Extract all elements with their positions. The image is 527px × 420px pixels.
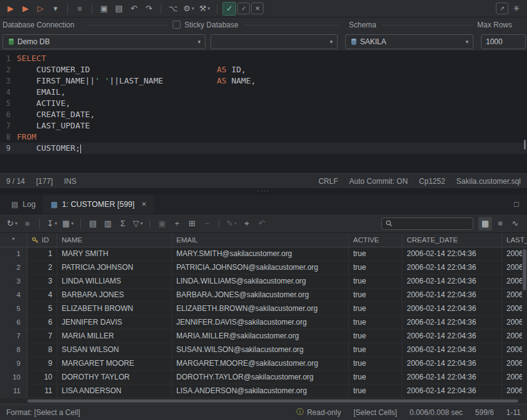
cell-id[interactable]: 1 <box>27 247 57 260</box>
vertical-scrollbar-thumb[interactable] <box>523 249 526 290</box>
columns-view-button[interactable]: ▥ <box>101 217 115 231</box>
save-as-button[interactable]: ▤ <box>112 2 126 16</box>
filters-button[interactable]: ▽▾ <box>131 217 145 231</box>
cell-id[interactable]: 8 <box>27 343 57 356</box>
cell-active[interactable]: true <box>349 302 402 315</box>
run-config-button[interactable]: ⚒▾ <box>197 2 212 16</box>
connection-combo[interactable]: Demo DB ▾ <box>2 34 206 49</box>
cell-create-date[interactable]: 2006-02-14 22:04:36 <box>402 247 502 260</box>
cell-name[interactable]: MARIA MILLER <box>57 330 172 343</box>
editor-line[interactable]: 4 EMAIL, <box>0 87 527 98</box>
execute-options-caret[interactable]: ▾ <box>49 2 62 16</box>
cell-id[interactable]: 11 <box>27 384 57 398</box>
cell-id[interactable]: 5 <box>27 302 57 315</box>
explain-plan-button[interactable]: ⌥ <box>166 2 180 16</box>
cell-create-date[interactable]: 2006-02-14 22:04:36 <box>402 289 502 302</box>
cell-email[interactable]: LINDA.WILLIAMS@sakilacustomer.org <box>172 275 349 288</box>
max-rows-input[interactable] <box>481 34 526 49</box>
search-input[interactable] <box>396 219 469 228</box>
text-view-button[interactable]: ≡ <box>493 217 507 231</box>
cell-name[interactable]: PATRICIA JOHNSON <box>57 261 172 274</box>
row-number[interactable]: 1 <box>0 247 27 260</box>
column-header-email[interactable]: EMAIL <box>172 233 349 247</box>
editor-scrollbar-thumb[interactable] <box>524 140 526 150</box>
cell-email[interactable]: ELIZABETH.BROWN@sakilacustomer.org <box>172 302 349 315</box>
redo-sql-button[interactable]: ↷ <box>142 2 156 16</box>
row-number[interactable]: 5 <box>0 302 27 315</box>
cell-name[interactable]: LINDA WILLIAMS <box>57 275 172 288</box>
execute-new-tab-button[interactable]: ▶ <box>19 2 32 16</box>
cell-id[interactable]: 3 <box>27 275 57 288</box>
cell-name[interactable]: BARBARA JONES <box>57 289 172 302</box>
editor-line[interactable]: 7 LAST_UPDATE <box>0 120 527 131</box>
row-number[interactable]: 8 <box>0 343 27 356</box>
close-results-button[interactable]: ✕ <box>251 2 264 14</box>
tab-customer-result[interactable]: ▦ 1: CUSTOMER [599] ✕ <box>43 194 154 214</box>
cell-create-date[interactable]: 2006-02-14 22:04:36 <box>402 261 502 274</box>
export-results-button[interactable]: ↧▾ <box>45 217 59 231</box>
editor-line[interactable]: 1SELECT <box>0 53 527 64</box>
cell-email[interactable]: MARY.SMITH@sakilacustomer.org <box>172 247 349 260</box>
editor-line[interactable]: 5 ACTIVE, <box>0 98 527 109</box>
undo-sql-button[interactable]: ↶ <box>127 2 141 16</box>
cell-email[interactable]: SUSAN.WILSON@sakilacustomer.org <box>172 343 349 356</box>
cell-active[interactable]: true <box>349 330 402 343</box>
editor-line[interactable]: 9 CUSTOMER; <box>0 143 527 154</box>
line-ending[interactable]: CRLF <box>318 177 338 186</box>
editor-line[interactable]: 3 FIRST_NAME||' '||LAST_NAME AS NAME, <box>0 75 527 87</box>
maximize-panel-button[interactable]: □ <box>510 198 523 211</box>
row-number[interactable]: 2 <box>0 261 27 274</box>
apply-changes-button[interactable]: ▣ <box>155 217 169 231</box>
cell-email[interactable]: LISA.ANDERSON@sakilacustomer.org <box>172 384 349 398</box>
cell-create-date[interactable]: 2006-02-14 22:04:36 <box>402 371 502 384</box>
cell-active[interactable]: true <box>349 275 402 288</box>
cancel-button[interactable]: ■ <box>21 217 34 231</box>
cell-create-date[interactable]: 2006-02-14 22:04:36 <box>402 384 502 398</box>
cell-create-date[interactable]: 2006-02-14 22:04:36 <box>402 330 502 343</box>
row-number[interactable]: 6 <box>0 316 27 329</box>
cell-create-date[interactable]: 2006-02-14 22:04:36 <box>402 316 502 329</box>
cell-email[interactable]: MARIA.MILLER@sakilacustomer.org <box>172 330 349 343</box>
row-number[interactable]: 11 <box>0 384 27 398</box>
encoding[interactable]: Cp1252 <box>419 177 445 186</box>
horizontal-scrollbar[interactable] <box>0 398 527 404</box>
cell-id[interactable]: 7 <box>27 330 57 343</box>
cell-id[interactable]: 9 <box>27 357 57 370</box>
global-settings-button[interactable]: ✳ <box>510 2 523 16</box>
duplicate-row-button[interactable]: ⊞ <box>185 217 199 231</box>
aggregate-button[interactable]: Σ <box>116 217 130 231</box>
cell-id[interactable]: 6 <box>27 316 57 329</box>
results-search-box[interactable] <box>381 217 473 230</box>
column-header-last-[interactable]: LAST_ <box>502 233 527 247</box>
cell-name[interactable]: ELIZABETH BROWN <box>57 302 172 315</box>
vertical-scrollbar[interactable] <box>522 247 527 398</box>
execute-query-button[interactable]: ▶ <box>4 2 17 16</box>
column-header-id[interactable]: ID <box>27 233 57 247</box>
column-header-create-date[interactable]: CREATE_DATE <box>402 233 502 247</box>
horizontal-scrollbar-thumb[interactable] <box>27 399 518 403</box>
cell-create-date[interactable]: 2006-02-14 22:04:36 <box>402 343 502 356</box>
panel-splitter[interactable]: ···· <box>0 188 527 194</box>
cell-email[interactable]: PATRICIA.JOHNSON@sakilacustomer.org <box>172 261 349 274</box>
row-number[interactable]: 9 <box>0 357 27 370</box>
database-combo[interactable]: ▾ <box>211 34 338 49</box>
cell-active[interactable]: true <box>349 247 402 260</box>
row-colors-button[interactable]: ▤ <box>86 217 100 231</box>
execute-script-button[interactable]: ▷ <box>34 2 47 16</box>
cell-create-date[interactable]: 2006-02-14 22:04:36 <box>402 357 502 370</box>
refresh-button[interactable]: ↻▾ <box>5 217 19 231</box>
cell-active[interactable]: true <box>349 384 402 398</box>
cell-name[interactable]: MARGARET MOORE <box>57 357 172 370</box>
cell-name[interactable]: MARY SMITH <box>57 247 172 260</box>
cell-active[interactable]: true <box>349 343 402 356</box>
pin-button[interactable]: ⌖ <box>240 217 254 231</box>
row-number[interactable]: 10 <box>0 371 27 384</box>
column-header-name[interactable]: NAME <box>57 233 172 247</box>
add-row-button[interactable]: + <box>170 217 184 231</box>
cell-name[interactable]: DOROTHY TAYLOR <box>57 371 172 384</box>
sql-settings-button[interactable]: ⚙▾ <box>181 2 196 16</box>
cell-name[interactable]: SUSAN WILSON <box>57 343 172 356</box>
toggle-results-panel-button[interactable]: ✓ <box>222 2 236 16</box>
cell-name[interactable]: JENNIFER DAVIS <box>57 316 172 329</box>
row-number[interactable]: 4 <box>0 289 27 302</box>
